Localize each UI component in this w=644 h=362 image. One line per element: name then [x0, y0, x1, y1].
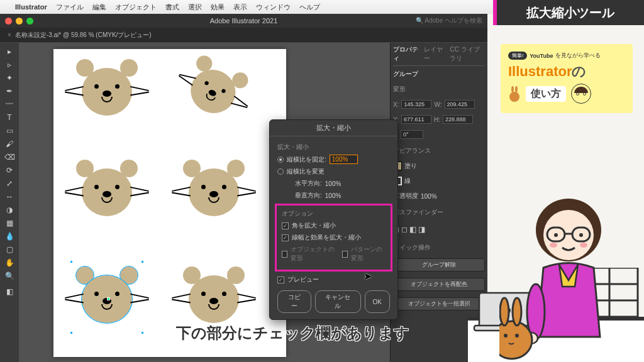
cursor-icon: ➤	[364, 270, 372, 282]
transform-section: 変形	[393, 85, 485, 94]
selection-type: グループ	[393, 70, 485, 79]
mascot-icon	[508, 85, 521, 102]
curvature-tool[interactable]: 〰	[0, 98, 19, 111]
svg-point-23	[499, 321, 532, 359]
tab-properties[interactable]: プロパティ	[393, 45, 419, 63]
svg-point-24	[500, 298, 509, 326]
tutorial-banner: 拡大縮小ツール	[493, 0, 644, 25]
illustrator-window: Adobe Illustrator 2021 🔍 Adobe ヘルプを検索 × …	[0, 14, 487, 362]
tab-layers[interactable]: レイヤー	[424, 45, 445, 63]
svg-point-18	[579, 233, 583, 237]
bear-graphic-selected[interactable]	[72, 263, 142, 332]
selection-tool[interactable]: ▸	[0, 45, 19, 58]
document-name: 名称未設定-3.ai* @ 59.86 % (CMYK/プレビュー)	[15, 31, 152, 40]
type-tool[interactable]: T	[0, 111, 19, 124]
w-input[interactable]	[445, 100, 475, 109]
pathfinder-section: パスファインダー	[393, 208, 485, 217]
svg-point-27	[515, 334, 519, 337]
eraser-tool[interactable]: ⌫	[0, 151, 19, 163]
app-name[interactable]: Illustrator	[15, 3, 47, 11]
close-icon[interactable]	[5, 18, 12, 25]
pf-minus-icon[interactable]: ◻	[401, 223, 408, 236]
cancel-button[interactable]: キャンセル	[315, 290, 361, 313]
options-highlight: オプション 角を拡大・縮小 線幅と効果を拡大・縮小 オブジェクトの変形パターンの…	[275, 204, 392, 272]
pf-exclude-icon[interactable]: ◨	[418, 223, 425, 236]
scale-strokes-checkbox[interactable]	[282, 234, 289, 241]
youtube-card: 簡単!YouTubeを見ながら学べる Illustratorの 使い方	[501, 44, 633, 113]
search-placeholder[interactable]: Adobe ヘルプを検索	[425, 17, 482, 24]
uniform-scale-input[interactable]	[330, 155, 358, 164]
copy-button[interactable]: コピー	[277, 290, 311, 313]
ok-button[interactable]: OK	[365, 290, 390, 313]
svg-point-2	[515, 86, 518, 92]
svg-point-20	[580, 243, 587, 248]
zoom-tool[interactable]: 🔍	[0, 270, 19, 282]
window-title: Adobe Illustrator 2021	[210, 17, 278, 25]
rectangle-tool[interactable]: ▭	[0, 124, 19, 137]
menu-view[interactable]: 表示	[233, 3, 247, 12]
artboard	[53, 49, 286, 357]
paintbrush-tool[interactable]: 🖌	[0, 138, 19, 150]
x-input[interactable]	[401, 100, 431, 109]
close-tab-icon[interactable]: ×	[8, 31, 11, 38]
scale-tool[interactable]: ⤢	[0, 177, 19, 190]
direct-select-tool[interactable]: ▹	[0, 58, 19, 71]
tab-cclib[interactable]: CC ライブラリ	[450, 45, 485, 63]
width-tool[interactable]: ↔	[0, 190, 19, 203]
maximize-icon[interactable]	[26, 18, 33, 25]
menu-file[interactable]: ファイル	[56, 3, 84, 12]
bear-graphic[interactable]	[179, 156, 248, 225]
appearance-section: アピアランス	[393, 146, 485, 155]
transform-objects-checkbox[interactable]	[282, 251, 287, 258]
bear-graphic[interactable]	[172, 48, 255, 131]
uniform-radio[interactable]	[277, 156, 284, 163]
instructor-character	[499, 186, 625, 362]
svg-point-13	[543, 210, 594, 260]
scale-dialog: 拡大・縮小 拡大・縮小 縦横比を固定: 縦横比を変更 水平方向:100% 垂直方…	[269, 119, 398, 320]
bear-graphic[interactable]	[72, 55, 142, 124]
rotate-tool[interactable]: ⟳	[0, 164, 19, 177]
preview-checkbox[interactable]	[277, 277, 284, 283]
svg-point-17	[554, 233, 558, 237]
artboard-tool[interactable]: ▢	[0, 243, 19, 256]
pen-tool[interactable]: ✒	[0, 85, 19, 97]
scale-corners-checkbox[interactable]	[282, 222, 289, 229]
tools-panel: ▸ ▹ ✦ ✒ 〰 T ▭ 🖌 ⌫ ⟳ ⤢ ↔ ◑ ▦ 💧 ▢ ✋ 🔍 ◧	[0, 43, 19, 362]
hand-tool[interactable]: ✋	[0, 256, 19, 269]
shape-builder-tool[interactable]: ◑	[0, 204, 19, 216]
transform-patterns-checkbox[interactable]	[342, 251, 348, 258]
h-input[interactable]	[443, 115, 473, 124]
menu-edit[interactable]: 編集	[92, 3, 106, 12]
eyedropper-tool[interactable]: 💧	[0, 230, 19, 243]
document-tab[interactable]: × 名称未設定-3.ai* @ 59.86 % (CMYK/プレビュー)	[0, 28, 487, 43]
svg-point-25	[513, 298, 521, 326]
angle-input[interactable]	[401, 130, 423, 139]
fill-stroke-icon[interactable]: ◧	[0, 283, 19, 300]
menu-select[interactable]: 選択	[188, 3, 202, 12]
magic-wand-tool[interactable]: ✦	[0, 72, 19, 84]
menu-object[interactable]: オブジェクト	[115, 3, 157, 12]
menu-type[interactable]: 書式	[165, 3, 179, 12]
minimize-icon[interactable]	[16, 18, 23, 25]
nonuniform-radio[interactable]	[277, 168, 284, 175]
svg-point-0	[509, 92, 519, 102]
quick-actions: クイック操作	[393, 243, 485, 252]
titlebar: Adobe Illustrator 2021 🔍 Adobe ヘルプを検索	[0, 14, 487, 28]
gradient-tool[interactable]: ▦	[0, 217, 19, 229]
bear-graphic[interactable]	[179, 263, 248, 332]
pf-intersect-icon[interactable]: ◧	[409, 223, 416, 236]
svg-point-26	[504, 334, 508, 337]
menu-effect[interactable]: 効果	[211, 3, 225, 12]
bear-graphic[interactable]	[72, 156, 142, 225]
y-input[interactable]	[401, 115, 431, 124]
dialog-title: 拡大・縮小	[270, 120, 397, 136]
menu-window[interactable]: ウィンドウ	[256, 3, 291, 12]
svg-point-1	[511, 86, 514, 92]
subtitle-text: 下の部分にチェック欄があります	[176, 323, 409, 343]
svg-point-19	[550, 243, 557, 248]
instructor-avatar-icon	[571, 84, 591, 104]
menu-help[interactable]: ヘルプ	[299, 3, 320, 12]
